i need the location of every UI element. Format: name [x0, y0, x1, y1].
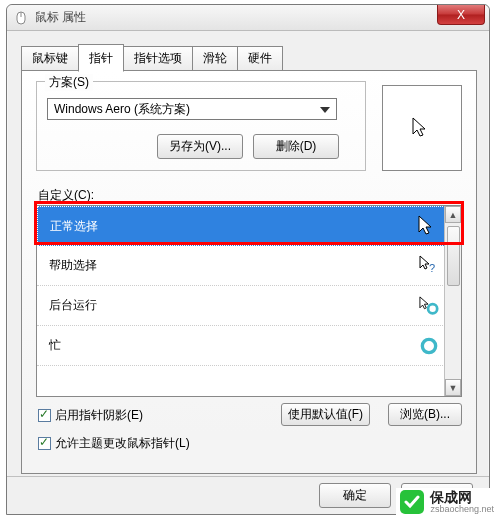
- button-label: 确定: [343, 488, 367, 502]
- scroll-thumb[interactable]: [447, 226, 460, 286]
- close-icon: X: [457, 8, 465, 22]
- scheme-legend: 方案(S): [45, 74, 93, 91]
- tabstrip: 鼠标键 指针 指针选项 滑轮 硬件: [21, 49, 282, 71]
- tab-buttons[interactable]: 鼠标键: [21, 46, 79, 71]
- pointer-shadow-checkbox-row: 启用指针阴影(E): [38, 407, 143, 424]
- save-scheme-button[interactable]: 另存为(V)...: [157, 134, 243, 159]
- tab-pointers[interactable]: 指针: [78, 44, 124, 72]
- tab-label: 滑轮: [203, 51, 227, 65]
- button-label: 删除(D): [276, 139, 317, 153]
- button-label: 使用默认值(F): [288, 407, 363, 421]
- cursor-busy-icon: [409, 335, 449, 357]
- tab-label: 硬件: [248, 51, 272, 65]
- watermark-url: zsbaocheng.net: [430, 505, 494, 515]
- window-title: 鼠标 属性: [35, 9, 86, 26]
- theme-change-checkbox[interactable]: [38, 437, 51, 450]
- tab-label: 指针: [89, 51, 113, 65]
- browse-button[interactable]: 浏览(B)...: [388, 403, 462, 426]
- titlebar: 鼠标 属性 X: [7, 5, 489, 31]
- theme-change-checkbox-row: 允许主题更改鼠标指针(L): [38, 435, 190, 452]
- list-item-busy[interactable]: 忙: [37, 326, 461, 366]
- pointer-shadow-checkbox[interactable]: [38, 409, 51, 422]
- list-item-background-busy[interactable]: 后台运行: [37, 286, 461, 326]
- scheme-selected-value: Windows Aero (系统方案): [54, 101, 190, 118]
- use-defaults-button[interactable]: 使用默认值(F): [281, 403, 370, 426]
- list-item-label: 忙: [49, 337, 61, 354]
- close-button[interactable]: X: [437, 5, 485, 25]
- watermark-title: 保成网: [430, 490, 494, 505]
- list-item-help-select[interactable]: 帮助选择: [37, 246, 461, 286]
- ok-button[interactable]: 确定: [319, 483, 391, 508]
- tab-pointer-options[interactable]: 指针选项: [123, 46, 193, 71]
- tab-label: 指针选项: [134, 51, 182, 65]
- cursor-bg-busy-icon: [409, 295, 449, 317]
- tab-wheel[interactable]: 滑轮: [192, 46, 238, 71]
- list-scrollbar[interactable]: ▲ ▼: [444, 206, 461, 396]
- custom-list-container: 正常选择 帮助选择 后台运行: [36, 205, 462, 397]
- watermark-logo-icon: [400, 490, 424, 514]
- cursor-arrow-icon: [412, 117, 432, 139]
- custom-list-label: 自定义(C):: [38, 187, 94, 204]
- list-item-label: 后台运行: [49, 297, 97, 314]
- scroll-up-button[interactable]: ▲: [445, 206, 461, 223]
- button-label: 浏览(B)...: [400, 407, 450, 421]
- app-icon: [15, 11, 29, 25]
- tab-label: 鼠标键: [32, 51, 68, 65]
- theme-change-label: 允许主题更改鼠标指针(L): [55, 435, 190, 452]
- watermark-badge: 保成网 zsbaocheng.net: [396, 488, 498, 517]
- pointer-preview: [382, 85, 462, 171]
- custom-cursor-list[interactable]: 正常选择 帮助选择 后台运行: [36, 205, 462, 397]
- list-item-normal-select[interactable]: 正常选择: [37, 206, 461, 246]
- list-item-label: 帮助选择: [49, 257, 97, 274]
- scroll-down-button[interactable]: ▼: [445, 379, 461, 396]
- tab-hardware[interactable]: 硬件: [237, 46, 283, 71]
- scheme-group: 方案(S) Windows Aero (系统方案) 另存为(V)... 删除(D…: [36, 81, 366, 171]
- pointer-shadow-label: 启用指针阴影(E): [55, 407, 143, 424]
- list-item-label: 正常选择: [50, 218, 98, 235]
- cursor-help-icon: [409, 255, 449, 277]
- mouse-properties-window: 鼠标 属性 X 鼠标键 指针 指针选项 滑轮 硬件 方案(S) Windows …: [6, 4, 490, 515]
- chevron-down-icon: [316, 101, 334, 119]
- button-label: 另存为(V)...: [169, 139, 231, 153]
- delete-scheme-button[interactable]: 删除(D): [253, 134, 339, 159]
- tabpanel-pointers: 方案(S) Windows Aero (系统方案) 另存为(V)... 删除(D…: [21, 70, 477, 474]
- cursor-arrow-icon: [408, 215, 448, 237]
- scheme-select[interactable]: Windows Aero (系统方案): [47, 98, 337, 120]
